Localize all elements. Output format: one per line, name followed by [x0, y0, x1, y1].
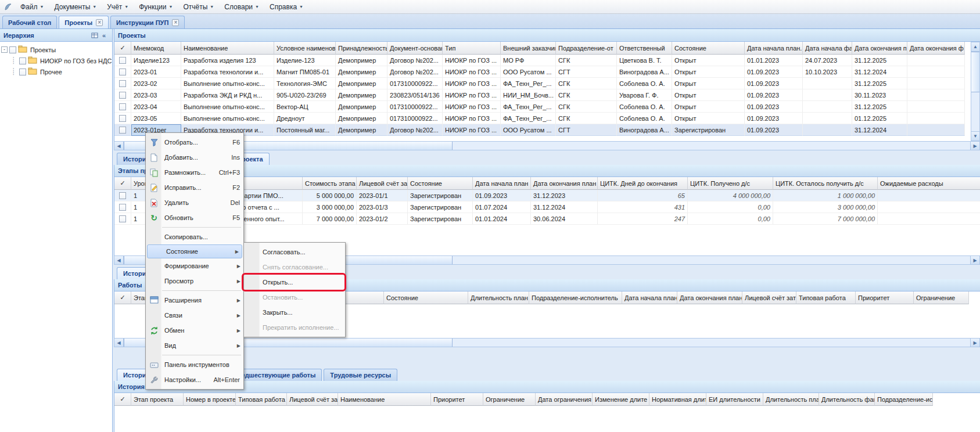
- column-header[interactable]: Условное наименова: [274, 42, 336, 55]
- column-header[interactable]: Дата начала факт: [803, 42, 852, 55]
- column-header[interactable]: Дата окончания п: [852, 42, 907, 55]
- column-header[interactable]: Внешний заказчик: [501, 42, 556, 55]
- tree-node-label[interactable]: Проекты: [29, 46, 57, 53]
- row-checkbox[interactable]: [119, 57, 126, 64]
- column-header[interactable]: Этап проекта: [131, 393, 184, 406]
- tree-checkbox[interactable]: [19, 69, 26, 75]
- table-row[interactable]: 1Разработка технического отчета с ...3 0…: [114, 201, 980, 213]
- table-row[interactable]: 2023-03Разработка ЭКД и РКД н...905-U020…: [114, 89, 965, 101]
- column-header[interactable]: Изменение длите: [593, 393, 649, 406]
- column-header[interactable]: Наименование: [181, 42, 274, 55]
- column-header[interactable]: Лицевой счёт затрат: [357, 177, 408, 190]
- column-header[interactable]: Длительность план▼: [468, 291, 529, 304]
- row-checkbox[interactable]: [119, 215, 126, 222]
- menu-item[interactable]: ↻ОбновитьF5: [146, 210, 243, 225]
- menu-item[interactable]: Размножить...Ctrl+F3: [146, 165, 243, 180]
- menu-item[interactable]: Закрыть...: [244, 305, 345, 320]
- tree-expander-icon[interactable]: -: [1, 46, 8, 53]
- column-header[interactable]: Наименование: [338, 393, 431, 406]
- column-header[interactable]: Ответственный: [617, 42, 672, 55]
- column-header[interactable]: Номер в проекте: [184, 393, 236, 406]
- tree-node-label[interactable]: Прочее: [39, 69, 63, 75]
- column-header[interactable]: Дата начала план: [473, 177, 531, 190]
- menu-item[interactable]: Связи▶: [146, 308, 243, 323]
- table-row[interactable]: 1Изготовление опытной партии ПМО...5 000…: [114, 190, 980, 201]
- column-header[interactable]: Принадлежность: [336, 42, 387, 55]
- row-checkbox[interactable]: [119, 192, 126, 199]
- row-checkbox[interactable]: [119, 103, 126, 110]
- column-header[interactable]: ЕИ длительности: [706, 393, 763, 406]
- tree-node-label[interactable]: НИОКР по ГОЗ без НДС: [39, 57, 113, 64]
- column-header[interactable]: Ожидаемые расходы: [878, 177, 980, 190]
- section-tab[interactable]: Трудовые ресурсы: [324, 369, 397, 381]
- menu-item[interactable]: Отобрать...F6: [146, 135, 243, 150]
- column-header[interactable]: Дата начала план.: [745, 42, 803, 55]
- column-header[interactable]: Документ-основан: [387, 42, 443, 55]
- menu-item[interactable]: Состояние▶: [147, 244, 242, 258]
- scroll-left-icon[interactable]: ◀: [114, 339, 124, 347]
- collapse-sidebar-icon[interactable]: «: [99, 31, 109, 40]
- menu-item[interactable]: УдалитьDel: [146, 195, 243, 210]
- column-header[interactable]: Приоритет: [431, 393, 483, 406]
- column-header[interactable]: Дата начала план.: [622, 291, 677, 304]
- column-header[interactable]: Типовая работа: [796, 291, 856, 304]
- menu-item[interactable]: Настройки...Alt+Enter: [146, 372, 243, 387]
- menu-item[interactable]: Исправить...F2: [146, 180, 243, 195]
- column-header-select[interactable]: ✓: [114, 291, 131, 304]
- scroll-down-icon[interactable]: ▼: [971, 131, 979, 141]
- column-header[interactable]: Дата окончания план: [677, 291, 742, 304]
- column-header[interactable]: Состояние: [408, 177, 473, 190]
- menubar-item[interactable]: Функции▼: [134, 1, 178, 13]
- hierarchy-columns-icon[interactable]: [90, 31, 99, 40]
- scroll-left-icon[interactable]: ◀: [114, 256, 124, 264]
- menubar-item[interactable]: Учёт▼: [102, 1, 134, 13]
- column-header[interactable]: Ограничение: [914, 291, 969, 304]
- tree-checkbox[interactable]: [19, 57, 26, 64]
- tab-close-icon[interactable]: ×: [172, 19, 179, 26]
- scroll-right-icon[interactable]: ▶: [970, 142, 979, 150]
- main-tab[interactable]: Инструкции ПУП×: [110, 16, 185, 28]
- column-header[interactable]: Ограничение: [483, 393, 536, 406]
- column-header[interactable]: Состояние: [384, 291, 468, 304]
- scroll-left-icon[interactable]: ◀: [114, 142, 124, 150]
- menubar-item[interactable]: Файл▼: [15, 1, 49, 13]
- column-header[interactable]: Стоимость этапа: [303, 177, 357, 190]
- row-checkbox[interactable]: [119, 127, 126, 134]
- main-tab[interactable]: Проекты×: [59, 16, 109, 28]
- scroll-right-icon[interactable]: ▶: [970, 256, 979, 264]
- column-header[interactable]: Нормативная длит: [649, 393, 706, 406]
- column-header[interactable]: ЦИТК. Осталось получить д/с: [773, 177, 878, 190]
- menu-item[interactable]: Формирование▶: [146, 258, 243, 273]
- menu-item[interactable]: Просмотр▶: [146, 273, 243, 289]
- column-header-select[interactable]: ✓: [114, 393, 131, 406]
- scroll-up-icon[interactable]: ▲: [971, 42, 979, 52]
- row-checkbox[interactable]: [119, 92, 126, 99]
- menubar-item[interactable]: Словари▼: [219, 1, 264, 13]
- column-header[interactable]: Состояние: [672, 42, 745, 55]
- menubar-item[interactable]: Справка▼: [264, 1, 308, 13]
- table-row[interactable]: Изделие123Разработка изделия 123Изделие-…: [114, 55, 965, 66]
- tree-node[interactable]: ┊Прочее: [9, 66, 111, 77]
- column-header[interactable]: Подразделение-ис: [875, 393, 933, 406]
- row-checkbox[interactable]: [119, 80, 126, 87]
- row-checkbox[interactable]: [119, 69, 126, 75]
- menu-item[interactable]: Скопировать...: [146, 229, 243, 244]
- column-header[interactable]: Дата окончания ф: [907, 42, 965, 55]
- column-header[interactable]: Дата окончания план: [531, 177, 598, 190]
- projects-vertical-scrollbar[interactable]: ▲ ▼: [971, 42, 980, 141]
- tree-node[interactable]: -Проекты: [1, 44, 111, 55]
- column-header[interactable]: Дата ограничения: [536, 393, 593, 406]
- main-tab[interactable]: Рабочий стол: [2, 16, 57, 28]
- menu-item[interactable]: Расширения▶: [146, 293, 243, 308]
- row-checkbox[interactable]: [119, 115, 126, 122]
- tab-close-icon[interactable]: ×: [96, 19, 103, 26]
- tree-node[interactable]: ┊НИОКР по ГОЗ без НДС: [9, 55, 111, 66]
- table-row[interactable]: 2023-01Разработка технологии и...Магнит …: [114, 66, 965, 78]
- row-checkbox[interactable]: [119, 204, 126, 211]
- menu-item[interactable]: Вид▶: [146, 338, 243, 353]
- column-header[interactable]: Мнемокод: [131, 42, 181, 55]
- table-row[interactable]: 2023-02Выполнение опытно-конс...Технолог…: [114, 78, 965, 89]
- scroll-right-icon[interactable]: ▶: [970, 339, 979, 347]
- column-header[interactable]: Подразделение-от: [556, 42, 617, 55]
- scroll-thumb[interactable]: [971, 52, 979, 92]
